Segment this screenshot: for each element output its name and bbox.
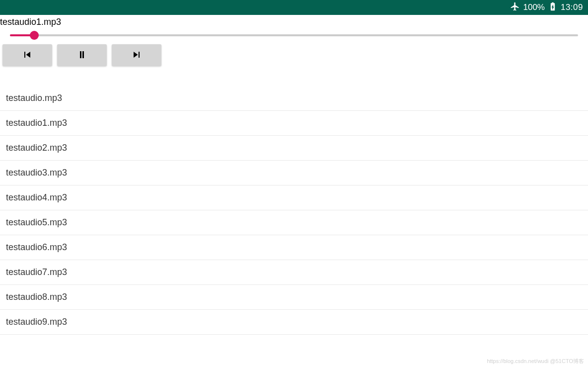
skip-next-icon: [130, 49, 144, 62]
pause-icon: [75, 49, 89, 62]
list-item[interactable]: testaudio6.mp3: [0, 235, 588, 260]
status-time: 13:09: [561, 2, 583, 12]
list-item[interactable]: testaudio8.mp3: [0, 285, 588, 310]
slider-thumb[interactable]: [30, 31, 39, 40]
next-button[interactable]: [112, 44, 161, 66]
playback-controls: [0, 39, 588, 71]
list-item[interactable]: testaudio7.mp3: [0, 260, 588, 285]
slider-track: [10, 34, 578, 36]
pause-button[interactable]: [57, 44, 107, 66]
list-item[interactable]: testaudio2.mp3: [0, 136, 588, 161]
battery-percent: 100%: [523, 2, 544, 12]
progress-slider[interactable]: [0, 29, 588, 39]
list-item[interactable]: testaudio4.mp3: [0, 185, 588, 210]
list-item[interactable]: testaudio5.mp3: [0, 210, 588, 235]
previous-button[interactable]: [2, 44, 52, 66]
skip-previous-icon: [20, 49, 34, 62]
list-item[interactable]: testaudio3.mp3: [0, 161, 588, 185]
current-track-label: testaudio1.mp3: [0, 15, 588, 29]
playlist: testaudio.mp3 testaudio1.mp3 testaudio2.…: [0, 86, 588, 335]
battery-charging-icon: [548, 1, 558, 14]
status-icons: 100% 13:09: [510, 1, 583, 14]
list-item[interactable]: testaudio9.mp3: [0, 310, 588, 335]
status-bar: 100% 13:09: [0, 0, 588, 15]
list-item[interactable]: testaudio.mp3: [0, 86, 588, 111]
watermark: https://blog.csdn.net/wudi @51CTO博客: [487, 358, 584, 365]
list-item[interactable]: testaudio1.mp3: [0, 111, 588, 136]
airplane-mode-icon: [510, 1, 520, 14]
